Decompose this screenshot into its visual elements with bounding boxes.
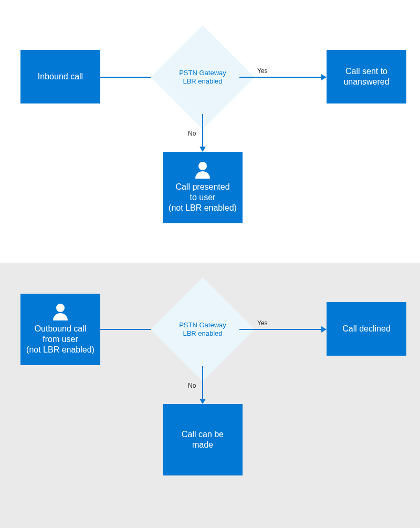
arrowhead-icon	[200, 147, 206, 152]
edge-decision-to-yes	[239, 329, 321, 330]
edge-decision-to-no	[202, 114, 203, 147]
decision-line2: LBR enabled	[183, 329, 222, 337]
arrowhead-icon	[321, 74, 327, 80]
node-label: to user	[190, 192, 216, 203]
decision-line2: LBR enabled	[183, 77, 222, 85]
arrowhead-icon	[200, 399, 206, 404]
edge-label-no: No	[188, 130, 196, 137]
node-label: Call can be	[182, 429, 224, 440]
node-inbound-call: Inbound call	[20, 50, 100, 103]
node-label: Call presented	[175, 182, 229, 192]
flow-outbound: Outbound call from user (not LBR enabled…	[0, 263, 420, 528]
flow-inbound: Inbound call PSTN Gateway LBR enabled Ye…	[0, 0, 420, 263]
node-label: from user	[43, 334, 78, 345]
node-decision-pstn-gateway: PSTN Gateway LBR enabled	[166, 40, 239, 114]
node-label: (not LBR enabled)	[26, 345, 94, 355]
node-decision-pstn-gateway: PSTN Gateway LBR enabled	[166, 293, 239, 366]
node-call-presented-to-user: Call presented to user (not LBR enabled)	[163, 152, 243, 223]
node-label: Inbound call	[38, 71, 83, 82]
decision-line1: PSTN Gateway	[179, 321, 226, 329]
node-outbound-call: Outbound call from user (not LBR enabled…	[20, 294, 100, 365]
node-label: unanswered	[343, 77, 389, 87]
node-call-declined: Call declined	[327, 302, 406, 356]
node-call-can-be-made: Call can be made	[163, 404, 243, 475]
arrowhead-icon	[321, 326, 327, 333]
edge-decision-to-yes	[239, 77, 321, 78]
edge-label-yes: Yes	[257, 319, 268, 327]
node-label: PSTN Gateway LBR enabled	[166, 40, 239, 114]
node-call-sent-unanswered: Call sent to unanswered	[327, 50, 406, 103]
person-icon	[53, 304, 68, 320]
edge-label-no: No	[188, 382, 196, 389]
node-label: (not LBR enabled)	[169, 203, 237, 213]
node-label: PSTN Gateway LBR enabled	[166, 293, 239, 366]
edge-label-yes: Yes	[257, 67, 268, 75]
node-label: Outbound call	[35, 324, 87, 334]
decision-line1: PSTN Gateway	[179, 69, 226, 77]
edge-decision-to-no	[202, 366, 203, 399]
node-label: made	[192, 440, 213, 450]
person-icon	[195, 162, 210, 179]
node-label: Call declined	[342, 324, 391, 334]
node-label: Call sent to	[345, 66, 387, 77]
